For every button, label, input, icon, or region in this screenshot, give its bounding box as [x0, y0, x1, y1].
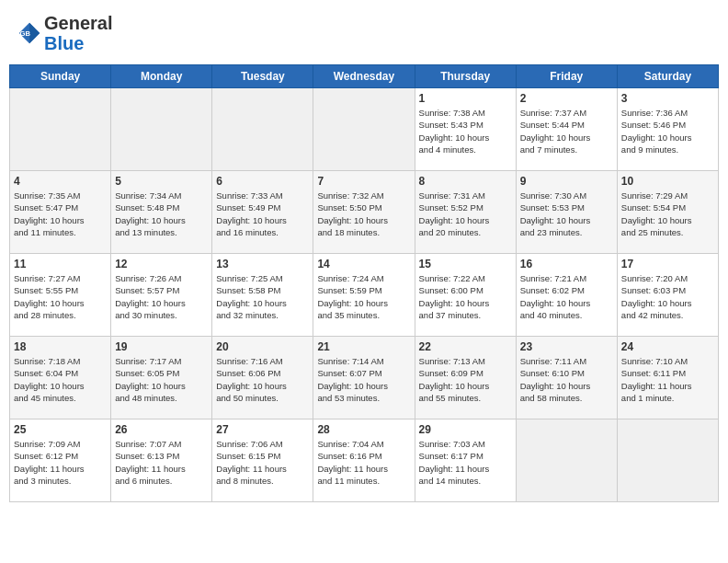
svg-marker-1: [29, 23, 40, 43]
day-number: 1: [419, 92, 512, 105]
day-number: 6: [216, 175, 309, 188]
calendar-header-row: SundayMondayTuesdayWednesdayThursdayFrid…: [10, 65, 719, 88]
day-number: 29: [419, 423, 512, 436]
day-number: 21: [317, 340, 410, 353]
calendar-week-1: 1Sunrise: 7:38 AM Sunset: 5:43 PM Daylig…: [10, 88, 719, 171]
calendar-cell: [516, 419, 617, 502]
day-info: Sunrise: 7:16 AM Sunset: 6:06 PM Dayligh…: [216, 355, 309, 404]
calendar-week-5: 25Sunrise: 7:09 AM Sunset: 6:12 PM Dayli…: [10, 419, 719, 502]
calendar-week-4: 18Sunrise: 7:18 AM Sunset: 6:04 PM Dayli…: [10, 337, 719, 419]
calendar-cell: 14Sunrise: 7:24 AM Sunset: 5:59 PM Dayli…: [313, 254, 415, 337]
calendar-cell: [313, 88, 415, 171]
weekday-header-saturday: Saturday: [617, 65, 718, 88]
calendar-body: 1Sunrise: 7:38 AM Sunset: 5:43 PM Daylig…: [10, 88, 719, 502]
calendar-cell: [111, 88, 212, 171]
day-number: 17: [621, 258, 714, 270]
day-info: Sunrise: 7:17 AM Sunset: 6:05 PM Dayligh…: [115, 355, 208, 404]
calendar-week-3: 11Sunrise: 7:27 AM Sunset: 5:55 PM Dayli…: [10, 254, 719, 337]
day-number: 18: [14, 340, 107, 353]
day-number: 22: [419, 340, 512, 353]
calendar-week-2: 4Sunrise: 7:35 AM Sunset: 5:47 PM Daylig…: [10, 171, 719, 254]
day-info: Sunrise: 7:04 AM Sunset: 6:16 PM Dayligh…: [317, 438, 410, 487]
calendar-cell: 22Sunrise: 7:13 AM Sunset: 6:09 PM Dayli…: [415, 337, 516, 419]
day-info: Sunrise: 7:38 AM Sunset: 5:43 PM Dayligh…: [419, 107, 512, 155]
day-number: 3: [621, 92, 714, 105]
calendar-cell: 28Sunrise: 7:04 AM Sunset: 6:16 PM Dayli…: [313, 419, 415, 502]
day-number: 2: [520, 92, 613, 105]
calendar-cell: 16Sunrise: 7:21 AM Sunset: 6:02 PM Dayli…: [516, 254, 617, 337]
day-info: Sunrise: 7:20 AM Sunset: 6:03 PM Dayligh…: [621, 272, 714, 321]
day-info: Sunrise: 7:21 AM Sunset: 6:02 PM Dayligh…: [520, 272, 613, 321]
calendar-cell: 2Sunrise: 7:37 AM Sunset: 5:44 PM Daylig…: [516, 88, 617, 171]
day-info: Sunrise: 7:27 AM Sunset: 5:55 PM Dayligh…: [14, 272, 107, 321]
day-number: 15: [419, 258, 512, 270]
calendar-cell: 13Sunrise: 7:25 AM Sunset: 5:58 PM Dayli…: [212, 254, 313, 337]
day-info: Sunrise: 7:14 AM Sunset: 6:07 PM Dayligh…: [317, 355, 410, 404]
weekday-header-tuesday: Tuesday: [212, 65, 313, 88]
day-number: 13: [216, 258, 309, 270]
day-number: 27: [216, 423, 309, 436]
weekday-header-thursday: Thursday: [415, 65, 516, 88]
day-info: Sunrise: 7:25 AM Sunset: 5:58 PM Dayligh…: [216, 272, 309, 321]
weekday-header-friday: Friday: [516, 65, 617, 88]
calendar-cell: 25Sunrise: 7:09 AM Sunset: 6:12 PM Dayli…: [10, 419, 111, 502]
day-number: 23: [520, 340, 613, 353]
day-number: 20: [216, 340, 309, 353]
calendar-cell: 27Sunrise: 7:06 AM Sunset: 6:15 PM Dayli…: [212, 419, 313, 502]
calendar-cell: 10Sunrise: 7:29 AM Sunset: 5:54 PM Dayli…: [617, 171, 718, 254]
day-number: 5: [115, 175, 208, 188]
calendar-cell: 21Sunrise: 7:14 AM Sunset: 6:07 PM Dayli…: [313, 337, 415, 419]
calendar-cell: 11Sunrise: 7:27 AM Sunset: 5:55 PM Dayli…: [10, 254, 111, 337]
day-info: Sunrise: 7:09 AM Sunset: 6:12 PM Dayligh…: [14, 438, 107, 487]
day-number: 19: [115, 340, 208, 353]
day-info: Sunrise: 7:22 AM Sunset: 6:00 PM Dayligh…: [419, 272, 512, 321]
calendar-table: SundayMondayTuesdayWednesdayThursdayFrid…: [9, 64, 719, 502]
day-number: 25: [14, 423, 107, 436]
logo: GB GeneralBlue: [17, 13, 112, 53]
day-info: Sunrise: 7:37 AM Sunset: 5:44 PM Dayligh…: [520, 107, 613, 155]
day-number: 11: [14, 258, 107, 270]
calendar-cell: 29Sunrise: 7:03 AM Sunset: 6:17 PM Dayli…: [415, 419, 516, 502]
weekday-header-sunday: Sunday: [10, 65, 111, 88]
calendar-cell: 24Sunrise: 7:10 AM Sunset: 6:11 PM Dayli…: [617, 337, 718, 419]
calendar-cell: 1Sunrise: 7:38 AM Sunset: 5:43 PM Daylig…: [415, 88, 516, 171]
calendar-cell: 8Sunrise: 7:31 AM Sunset: 5:52 PM Daylig…: [415, 171, 516, 254]
weekday-header-wednesday: Wednesday: [313, 65, 415, 88]
logo-icon: GB: [17, 20, 42, 46]
calendar-cell: 23Sunrise: 7:11 AM Sunset: 6:10 PM Dayli…: [516, 337, 617, 419]
day-number: 16: [520, 258, 613, 270]
calendar-cell: 17Sunrise: 7:20 AM Sunset: 6:03 PM Dayli…: [617, 254, 718, 337]
calendar-cell: 18Sunrise: 7:18 AM Sunset: 6:04 PM Dayli…: [10, 337, 111, 419]
svg-text:GB: GB: [20, 29, 31, 38]
day-number: 24: [621, 340, 714, 353]
calendar-cell: 9Sunrise: 7:30 AM Sunset: 5:53 PM Daylig…: [516, 171, 617, 254]
calendar-cell: [617, 419, 718, 502]
day-info: Sunrise: 7:10 AM Sunset: 6:11 PM Dayligh…: [621, 355, 714, 404]
calendar-cell: [212, 88, 313, 171]
day-info: Sunrise: 7:33 AM Sunset: 5:49 PM Dayligh…: [216, 190, 309, 238]
day-info: Sunrise: 7:29 AM Sunset: 5:54 PM Dayligh…: [621, 190, 714, 238]
day-number: 14: [317, 258, 410, 270]
day-number: 7: [317, 175, 410, 188]
calendar-cell: 15Sunrise: 7:22 AM Sunset: 6:00 PM Dayli…: [415, 254, 516, 337]
calendar-cell: [10, 88, 111, 171]
day-info: Sunrise: 7:32 AM Sunset: 5:50 PM Dayligh…: [317, 190, 410, 238]
day-info: Sunrise: 7:35 AM Sunset: 5:47 PM Dayligh…: [14, 190, 107, 238]
day-number: 8: [419, 175, 512, 188]
calendar-cell: 3Sunrise: 7:36 AM Sunset: 5:46 PM Daylig…: [617, 88, 718, 171]
day-info: Sunrise: 7:07 AM Sunset: 6:13 PM Dayligh…: [115, 438, 208, 487]
calendar-cell: 19Sunrise: 7:17 AM Sunset: 6:05 PM Dayli…: [111, 337, 212, 419]
logo-text: GeneralBlue: [44, 13, 112, 53]
day-number: 28: [317, 423, 410, 436]
day-number: 26: [115, 423, 208, 436]
calendar-cell: 20Sunrise: 7:16 AM Sunset: 6:06 PM Dayli…: [212, 337, 313, 419]
day-info: Sunrise: 7:30 AM Sunset: 5:53 PM Dayligh…: [520, 190, 613, 238]
day-info: Sunrise: 7:24 AM Sunset: 5:59 PM Dayligh…: [317, 272, 410, 321]
calendar-cell: 12Sunrise: 7:26 AM Sunset: 5:57 PM Dayli…: [111, 254, 212, 337]
day-info: Sunrise: 7:06 AM Sunset: 6:15 PM Dayligh…: [216, 438, 309, 487]
calendar-cell: 5Sunrise: 7:34 AM Sunset: 5:48 PM Daylig…: [111, 171, 212, 254]
day-info: Sunrise: 7:34 AM Sunset: 5:48 PM Dayligh…: [115, 190, 208, 238]
calendar-cell: 7Sunrise: 7:32 AM Sunset: 5:50 PM Daylig…: [313, 171, 415, 254]
day-number: 4: [14, 175, 107, 188]
day-info: Sunrise: 7:03 AM Sunset: 6:17 PM Dayligh…: [419, 438, 512, 487]
